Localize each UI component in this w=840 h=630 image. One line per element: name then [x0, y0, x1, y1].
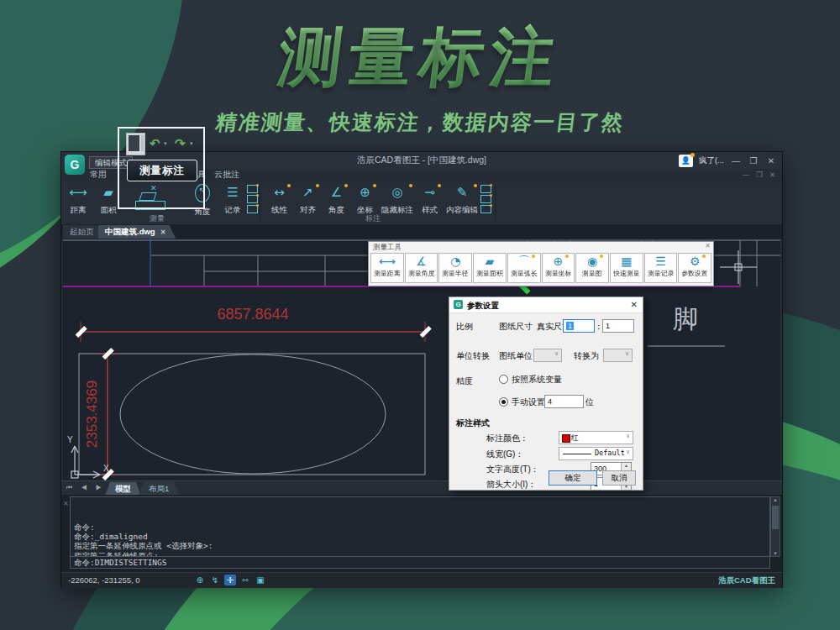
- button-label: 测量记录: [646, 270, 675, 279]
- digits-label: 位: [585, 396, 594, 408]
- button-label: 测量弧长: [509, 270, 538, 279]
- paper-unit-label: 图纸单位: [499, 350, 533, 362]
- tab-layout1[interactable]: 布局1: [139, 482, 179, 496]
- color-label: 标注颜色：: [486, 433, 528, 444]
- lineweight-label: 线宽(G)：: [486, 449, 523, 460]
- scroll-up-icon[interactable]: ▲: [771, 497, 780, 502]
- annotate-tool[interactable]: 对齐: [295, 184, 321, 216]
- distance-icon: [65, 184, 92, 201]
- measure-tool-button[interactable]: 测量面积: [473, 253, 507, 283]
- restore-icon[interactable]: ❐: [748, 156, 759, 165]
- dialog-titlebar[interactable]: G 参数设置 ✕: [449, 297, 643, 313]
- doc-restore-icon[interactable]: ❐: [756, 171, 763, 179]
- protractor-icon: [406, 254, 438, 270]
- redo-icon[interactable]: ↷: [175, 136, 186, 151]
- scroll-down-icon[interactable]: ▼: [771, 551, 780, 556]
- measure-tool-button[interactable]: 测量弧长: [507, 253, 541, 283]
- dialog-close-icon[interactable]: ✕: [631, 300, 638, 309]
- promo-page: { "hero": { "title": "测量标注", "subtitle":…: [0, 0, 840, 630]
- measure-tool-button[interactable]: 测量角度: [405, 253, 438, 283]
- close-icon[interactable]: ✕: [765, 156, 777, 165]
- radio-icon[interactable]: [499, 375, 508, 384]
- user-avatar[interactable]: 👤: [679, 155, 693, 167]
- select-icon[interactable]: ▣: [255, 575, 266, 585]
- annotate-tool[interactable]: 内容编辑: [445, 184, 479, 216]
- pan-icon[interactable]: ↯: [209, 575, 221, 585]
- tab-common[interactable]: 常用: [90, 169, 107, 181]
- callout-measure-annotate-tab[interactable]: 测量标注: [127, 160, 197, 181]
- annotate-panel-label: 标注: [365, 213, 381, 224]
- app-logo[interactable]: G: [65, 155, 85, 175]
- undo-dropdown-icon[interactable]: ▾: [164, 140, 167, 147]
- doc-close-icon[interactable]: ✕: [769, 171, 775, 179]
- command-input-line[interactable]: 命令:DIMDISTSETTINGS: [70, 557, 770, 569]
- tool-distance[interactable]: 距离: [65, 184, 92, 216]
- command-scrollbar[interactable]: ▲ ▼: [770, 496, 780, 557]
- annotate-tool[interactable]: 角度: [323, 184, 349, 216]
- measure-tool-button[interactable]: 测量坐标: [542, 253, 575, 283]
- scroll-thumb[interactable]: [772, 506, 779, 529]
- status-icons: ⊕ ↯ ✛ ⇿ ▣: [194, 575, 266, 585]
- paper-unit-select[interactable]: [533, 349, 562, 362]
- dialog-logo-icon: G: [454, 300, 463, 309]
- annotate-extra-icons[interactable]: [480, 185, 491, 213]
- settings-icon: [679, 254, 711, 270]
- tab-model[interactable]: 模型: [105, 482, 141, 496]
- annotate-tool[interactable]: 线性: [266, 184, 292, 216]
- measure-extra-icons[interactable]: [246, 185, 258, 213]
- lineweight-select[interactable]: Default: [559, 447, 633, 460]
- undo-icon[interactable]: ↶: [150, 136, 160, 151]
- measure-tool-button[interactable]: 测量距离: [370, 253, 404, 283]
- tool-record[interactable]: 记录: [219, 184, 246, 216]
- measure-tool-button[interactable]: 测量图: [575, 253, 609, 283]
- convert-to-select[interactable]: [603, 349, 633, 362]
- dimension-vertical: 2353.4369: [84, 381, 100, 448]
- measure-tool-button[interactable]: 参数设置: [678, 253, 711, 283]
- annotate-tool[interactable]: 隐藏标注: [381, 184, 414, 216]
- text-height-label: 文字高度(T)：: [486, 464, 539, 475]
- command-close-icon[interactable]: ✕: [63, 500, 69, 507]
- edit-icon: [446, 184, 478, 201]
- unit-convert-label: 单位转换: [456, 350, 490, 362]
- width-icon[interactable]: ⇿: [239, 575, 251, 585]
- ok-button[interactable]: 确定: [549, 470, 597, 486]
- cancel-button[interactable]: 取消: [602, 470, 636, 486]
- command-window: ✕ 命令:命令:_dimaligned指定第一条延伸线原点或 <选择对象>:指定…: [61, 495, 782, 572]
- lineweight-value: Default: [595, 449, 625, 457]
- paper-size-input[interactable]: 1: [563, 319, 595, 333]
- hero-section: 测量标注 精准测量、快速标注，数据内容一目了然: [0, 15, 840, 136]
- annotate-tool[interactable]: 样式: [417, 184, 443, 216]
- annotate-tool[interactable]: 坐标: [352, 184, 378, 216]
- cad-window: 浩辰CAD看图王 - [中国建筑.dwg] 👤 疯了(... — ❐ ✕ — ❐…: [60, 151, 783, 588]
- measure-tool-button[interactable]: 快速测量: [610, 253, 643, 283]
- measure-tool-button[interactable]: 测量记录: [644, 253, 678, 283]
- color-value: 红: [571, 433, 579, 444]
- command-line: 命令:_dimaligned: [74, 532, 768, 541]
- tab-cloud-markup[interactable]: 云批注: [214, 169, 239, 181]
- map-icon: [576, 254, 608, 270]
- precision-system-radio[interactable]: 按照系统变量: [499, 374, 562, 386]
- color-select[interactable]: 红: [559, 431, 633, 444]
- measure-tool-button[interactable]: 测量半径: [438, 253, 472, 283]
- doc-minimize-icon[interactable]: —: [743, 171, 750, 179]
- tab-start-page[interactable]: 起始页: [63, 225, 104, 239]
- button-label: 测量距离: [373, 270, 402, 279]
- layout-tab-bar: ⏮ ◀ ▶ ⏭ 模型 布局1: [61, 480, 782, 496]
- coordinate-icon: [353, 184, 377, 201]
- annotate-tools: 线性 对齐 角度 坐标 隐藏标注 样式: [266, 184, 479, 216]
- redo-dropdown-icon[interactable]: ▾: [190, 140, 193, 147]
- tab-drawing-file[interactable]: 中国建筑.dwg✕: [98, 225, 176, 239]
- radio-selected-icon[interactable]: [499, 397, 508, 407]
- toolbar-close-icon[interactable]: ✕: [705, 242, 711, 249]
- real-size-input[interactable]: 1: [602, 319, 634, 333]
- crosshair-icon[interactable]: ✛: [224, 575, 236, 585]
- quick-access-button[interactable]: [126, 133, 145, 155]
- angle-icon: [324, 184, 349, 201]
- minimize-icon[interactable]: —: [730, 156, 742, 165]
- zoom-icon[interactable]: ⊕: [194, 575, 206, 585]
- tab-close-icon[interactable]: ✕: [160, 228, 166, 236]
- radius-icon: [439, 254, 471, 270]
- red-swatch: [562, 434, 570, 443]
- command-history[interactable]: 命令:命令:_dimaligned指定第一条延伸线原点或 <选择对象>:指定第二…: [70, 496, 770, 557]
- precision-input[interactable]: 4: [544, 395, 584, 408]
